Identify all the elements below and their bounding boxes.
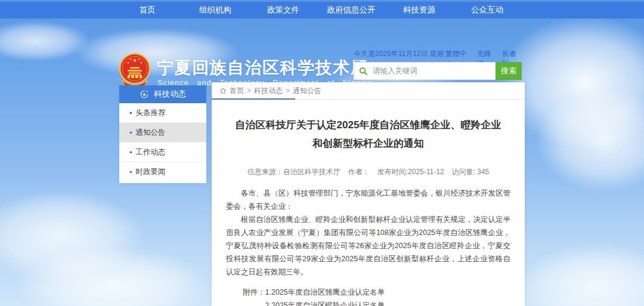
cloud-decoration (0, 191, 143, 280)
refresh-star-icon: ★ (140, 89, 149, 99)
search-button[interactable]: 搜索 (496, 62, 522, 80)
nav-item-tech-resources[interactable]: 科技资源 (385, 5, 453, 16)
attachment-link-gazelle-list[interactable]: 2.2025年度自治区瞪羚企业认定名单 (265, 299, 407, 306)
sidebar-header: ★ 科技动态 (119, 85, 206, 103)
search-bar: 搜索 (354, 62, 522, 80)
article-title: 自治区科技厅关于认定2025年度自治区雏鹰企业、瞪羚企业 和创新型标杆企业的通知 (212, 116, 525, 153)
attachment-link-eagle-list[interactable]: 1.2025年度自治区雏鹰企业认定名单 (265, 286, 407, 299)
svg-text:★: ★ (138, 57, 141, 61)
nav-item-organization[interactable]: 组织机构 (181, 5, 249, 16)
article-title-line2: 和创新型标杆企业的通知 (230, 134, 507, 153)
sidebar-item-label: 时政要闻 (136, 167, 166, 177)
article-publish-time: 发布时间:2025-11-12 (377, 167, 444, 177)
breadcrumb-tech-news[interactable]: 科技动态 (254, 86, 283, 96)
search-input[interactable] (371, 66, 491, 76)
search-box (354, 62, 496, 80)
sidebar-item-label: 通知公告 (136, 128, 166, 138)
breadcrumb-notices[interactable]: 通知公告 (293, 86, 321, 96)
site-title: 宁夏回族自治区科学技术厅 (157, 57, 368, 79)
cloud-decoration (537, 89, 644, 191)
cloud-decoration (519, 245, 644, 306)
article-title-line1: 自治区科技厅关于认定2025年度自治区雏鹰企业、瞪羚企业 (230, 116, 507, 134)
site-banner: ★ ★ ★ ★ ★ 宁夏回族自治区科学技术厅 Science and Techn… (0, 18, 644, 82)
sidebar-item-work-updates[interactable]: • 工作动态 (119, 143, 206, 162)
cloud-decoration (18, 248, 209, 306)
sidebar-item-notices[interactable]: • 通知公告 (119, 123, 206, 143)
article-paragraph: 各市、县（区）科技管理部门，宁东能源化工基地管委会，银川经济技术开发区管委会，各… (226, 187, 510, 213)
sidebar-item-label: 头条推荐 (136, 108, 166, 118)
article-source: 信息来源：自治区科学技术厅 (247, 167, 340, 177)
svg-text:★: ★ (143, 92, 147, 97)
breadcrumb-separator: > (286, 86, 290, 95)
article-body: 各市、县（区）科技管理部门，宁东能源化工基地管委会，银川经济技术开发区管委会，各… (226, 187, 510, 279)
sidebar-item-label: 工作动态 (136, 147, 166, 157)
bullet-icon: • (129, 129, 132, 137)
breadcrumb: 首页 > 科技动态 > 通知公告 (212, 82, 525, 100)
breadcrumb-separator: > (247, 86, 251, 95)
bullet-icon: • (129, 149, 132, 156)
attachments-list: 1.2025年度自治区雏鹰企业认定名单 2.2025年度自治区瞪羚企业认定名单 … (265, 286, 407, 306)
nav-item-gov-info-disclosure[interactable]: 政府信息公开 (317, 5, 385, 16)
attachments-label: 附件： (243, 286, 265, 306)
article-paragraph: 根据自治区雏鹰企业、瞪羚企业和创新型标杆企业认定管理有关规定，决定认定半亩良人农… (226, 213, 510, 279)
svg-text:★: ★ (129, 57, 132, 61)
main-content-panel: 首页 > 科技动态 > 通知公告 自治区科技厅关于认定2025年度自治区雏鹰企业… (212, 82, 525, 306)
svg-text:★: ★ (132, 57, 137, 63)
sidebar-item-headlines[interactable]: • 头条推荐 (119, 103, 206, 123)
sidebar-title: 科技动态 (154, 89, 186, 100)
article-meta: 信息来源：自治区科学技术厅 作者： 发布时间:2025-11-12 访问量: 3… (212, 167, 525, 177)
breadcrumb-home[interactable]: 首页 (230, 86, 244, 96)
article-visit-count: 访问量: 345 (452, 167, 490, 177)
article-author: 作者： (348, 167, 370, 177)
home-icon (219, 87, 227, 94)
search-icon (359, 67, 368, 76)
nav-item-public-interaction[interactable]: 公众互动 (453, 5, 521, 16)
attachments-section: 附件： 1.2025年度自治区雏鹰企业认定名单 2.2025年度自治区瞪羚企业认… (243, 286, 510, 306)
svg-text:★: ★ (127, 61, 130, 64)
sidebar-item-current-affairs[interactable]: • 时政要闻 (119, 162, 206, 182)
nav-item-policy-documents[interactable]: 政策文件 (249, 5, 317, 16)
svg-text:★: ★ (140, 61, 143, 64)
bullet-icon: • (129, 109, 132, 117)
nav-item-home[interactable]: 首页 (113, 5, 181, 16)
top-nav: 首页 组织机构 政策文件 政府信息公开 科技资源 公众互动 (0, 2, 644, 18)
bullet-icon: • (129, 168, 132, 176)
sidebar: ★ 科技动态 • 头条推荐 • 通知公告 • 工作动态 • 时政要闻 (119, 85, 206, 183)
